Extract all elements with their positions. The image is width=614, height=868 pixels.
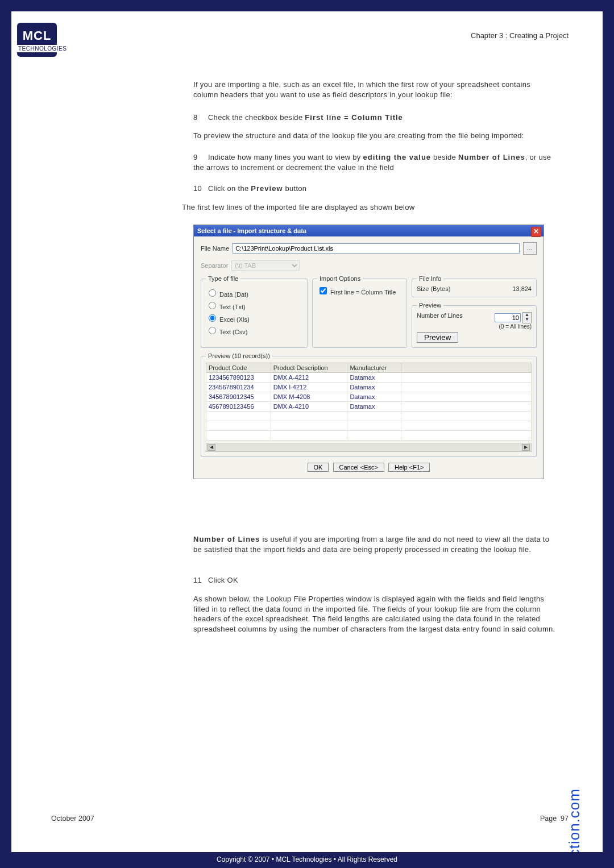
step-10-text-c: button	[283, 184, 307, 193]
footer-date: October 2007	[51, 815, 94, 823]
file-name-label: File Name	[201, 245, 229, 252]
step-10-num: 10	[193, 184, 206, 194]
type-of-file-legend: Type of file	[206, 275, 240, 282]
preview-group: Preview Number of Lines ▲▼ (0 = All line…	[412, 302, 537, 348]
ok-button[interactable]: OK	[308, 463, 329, 472]
table-row	[206, 412, 532, 421]
size-value: 13,824	[512, 285, 532, 292]
file-info-group: File Info Size (Bytes) 13,824	[412, 275, 537, 297]
para4-bold: Number of Lines	[193, 535, 260, 543]
type-radio-csv[interactable]: Text (Csv)	[206, 325, 302, 335]
col-product-desc[interactable]: Product Description	[271, 363, 347, 373]
paragraph-3: The first few lines of the imported file…	[182, 202, 557, 213]
step-9-text-b: editing the value	[363, 153, 432, 161]
logo-main: MCL	[17, 23, 57, 43]
browse-button[interactable]: …	[523, 242, 537, 255]
step-10-text-a: Click on the	[208, 184, 251, 193]
numlines-stepper[interactable]: ▲▼	[522, 312, 532, 323]
col-manufacturer[interactable]: Manufacturer	[347, 363, 401, 373]
horizontal-scrollbar[interactable]: ◀ ▶	[206, 443, 532, 452]
step-9-text-c: beside	[431, 153, 458, 161]
preview-button[interactable]: Preview	[417, 332, 458, 343]
dialog-title: Select a file - Import structure & data	[197, 227, 306, 234]
step-9-num: 9	[193, 152, 206, 163]
table-row	[206, 431, 532, 441]
file-name-input[interactable]	[233, 243, 520, 254]
brand-logo: MCL TECHNOLOGIES	[17, 23, 57, 57]
dialog-titlebar: Select a file - Import structure & data …	[194, 225, 544, 236]
preview-records-group: Preview (10 record(s)) Product Code Prod…	[201, 352, 537, 457]
copyright-bar: Copyright © 2007 • MCL Technologies • Al…	[0, 852, 614, 868]
step-11-num: 11	[193, 575, 206, 585]
close-icon[interactable]: ✕	[531, 227, 541, 237]
logo-sub: TECHNOLOGIES	[17, 45, 68, 52]
import-options-group: Import Options First line = Column Title	[312, 275, 407, 348]
type-radio-xls[interactable]: Excel (Xls)	[206, 313, 302, 323]
separator-label: Separator	[201, 262, 228, 269]
type-radio-dat[interactable]: Data (Dat)	[206, 288, 302, 298]
numlines-label: Number of Lines	[417, 312, 463, 323]
paragraph-2: To preview the structure and data of the…	[193, 131, 557, 141]
table-row[interactable]: 3456789012345DMX M-4208Datamax	[206, 392, 532, 402]
paragraph-5: As shown below, the Lookup File Properti…	[193, 594, 557, 634]
col-product-code[interactable]: Product Code	[206, 363, 271, 373]
type-of-file-group: Type of file Data (Dat) Text (Txt) Excel…	[201, 275, 308, 348]
preview-legend: Preview	[417, 302, 443, 309]
first-line-checkbox[interactable]: First line = Column Title	[317, 289, 396, 296]
step-11-text: Click OK	[208, 576, 238, 584]
paragraph-1: If you are importing a file, such as an …	[193, 80, 557, 99]
file-info-legend: File Info	[417, 275, 443, 282]
type-radio-txt[interactable]: Text (Txt)	[206, 300, 302, 310]
scroll-left-icon[interactable]: ◀	[208, 444, 215, 451]
numlines-note: (0 = All lines)	[417, 323, 532, 330]
step-8-text-b: First line = Column Title	[305, 113, 403, 122]
table-row[interactable]: 2345678901234DMX I-4212Datamax	[206, 383, 532, 392]
step-10-text-b: Preview	[251, 184, 283, 193]
step-9-text-d: Number of Lines	[458, 153, 525, 161]
help-button[interactable]: Help <F1>	[388, 463, 430, 472]
table-row	[206, 421, 532, 431]
import-options-legend: Import Options	[317, 275, 363, 282]
import-dialog: Select a file - Import structure & data …	[193, 225, 544, 479]
preview-table: Product Code Product Description Manufac…	[206, 363, 532, 441]
footer-page: Page 97	[540, 815, 569, 823]
preview-records-legend: Preview (10 record(s))	[206, 352, 272, 359]
table-row[interactable]: 4567890123456DMX A-4210Datamax	[206, 402, 532, 412]
step-8-text-a: Check the checkbox beside	[208, 113, 305, 122]
size-label: Size (Bytes)	[417, 285, 450, 292]
scroll-right-icon[interactable]: ▶	[522, 444, 530, 451]
table-row[interactable]: 1234567890123DMX A-4212Datamax	[206, 373, 532, 383]
separator-select: (\t) TAB	[231, 260, 300, 271]
chapter-title: Chapter 3 : Creating a Project	[471, 31, 569, 40]
step-9-text-a: Indicate how many lines you want to view…	[208, 153, 363, 161]
cancel-button[interactable]: Cancel <Esc>	[333, 463, 384, 472]
numlines-input[interactable]	[495, 313, 521, 322]
step-8-num: 8	[193, 113, 206, 123]
